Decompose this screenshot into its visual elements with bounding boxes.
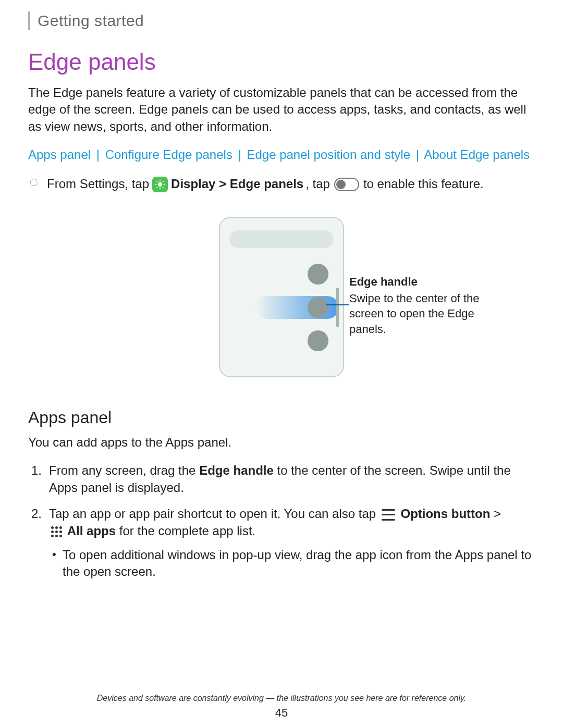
callout: Edge handle Swipe to the center of the s… <box>349 274 480 337</box>
instr-text-3: to enable this feature. <box>363 176 484 192</box>
breadcrumb: Getting started <box>28 10 535 32</box>
app-dot <box>308 297 328 318</box>
app-dot <box>308 264 328 285</box>
instr-display-path: Display > Edge panels <box>171 176 303 192</box>
section-links: Apps panel | Configure Edge panels | Edg… <box>28 146 535 163</box>
step1-edge-handle: Edge handle <box>199 463 274 477</box>
app-dot <box>308 330 328 351</box>
bullet-icon <box>30 179 38 186</box>
step2-options-label: Options button <box>397 507 491 521</box>
options-button-icon <box>382 509 395 521</box>
svg-line-6 <box>163 187 164 188</box>
steps-list: From any screen, drag the Edge handle to… <box>28 462 535 580</box>
breadcrumb-accent-bar <box>28 11 30 30</box>
callout-body: Swipe to the center of the screen to ope… <box>349 291 480 337</box>
svg-point-0 <box>158 182 162 186</box>
link-separator: | <box>238 147 241 162</box>
toggle-switch-icon <box>334 178 359 191</box>
page-title: Edge panels <box>28 46 535 77</box>
edge-handle-bar <box>336 288 339 327</box>
sub-item-1: To open additional windows in pop-up vie… <box>63 547 535 581</box>
edge-handle-illustration: Edge handle Swipe to the center of the s… <box>28 214 535 380</box>
all-apps-icon <box>51 526 62 537</box>
step1-text-a: From any screen, drag the <box>49 463 199 477</box>
page-number: 45 <box>0 705 563 721</box>
breadcrumb-text: Getting started <box>38 10 144 32</box>
link-configure-edge-panels[interactable]: Configure Edge panels <box>105 147 232 162</box>
sub-list: To open additional windows in pop-up vie… <box>49 547 535 581</box>
apps-panel-intro: You can add apps to the Apps panel. <box>28 434 535 451</box>
step2-text-b: for the complete app list. <box>116 524 255 538</box>
callout-title: Edge handle <box>349 274 480 290</box>
section-heading-apps-panel: Apps panel <box>28 406 535 429</box>
step2-text-a: Tap an app or app pair shortcut to open … <box>49 507 376 521</box>
svg-line-8 <box>163 181 164 182</box>
search-bar-placeholder <box>229 230 334 248</box>
svg-line-7 <box>156 187 157 188</box>
link-separator: | <box>96 147 100 162</box>
callout-leader-line <box>326 304 349 305</box>
link-apps-panel[interactable]: Apps panel <box>28 147 91 162</box>
step2-allapps-label: All apps <box>64 524 116 538</box>
device-mockup <box>219 217 344 377</box>
link-edge-panel-position[interactable]: Edge panel position and style <box>247 147 410 162</box>
instr-text-2: , tap <box>305 176 330 192</box>
intro-paragraph: The Edge panels feature a variety of cus… <box>28 84 535 135</box>
svg-line-5 <box>156 181 157 182</box>
link-separator: | <box>416 147 419 162</box>
instr-text-1: From Settings, tap <box>47 176 149 192</box>
step2-gt: > <box>490 507 501 521</box>
step-1: From any screen, drag the Edge handle to… <box>49 462 535 496</box>
step-2: Tap an app or app pair shortcut to open … <box>49 505 535 581</box>
footer-disclaimer: Devices and software are constantly evol… <box>0 693 563 704</box>
enable-instruction: From Settings, tap Display > Edge panels… <box>28 176 535 192</box>
display-settings-icon <box>152 177 168 192</box>
link-about-edge-panels[interactable]: About Edge panels <box>424 147 530 162</box>
